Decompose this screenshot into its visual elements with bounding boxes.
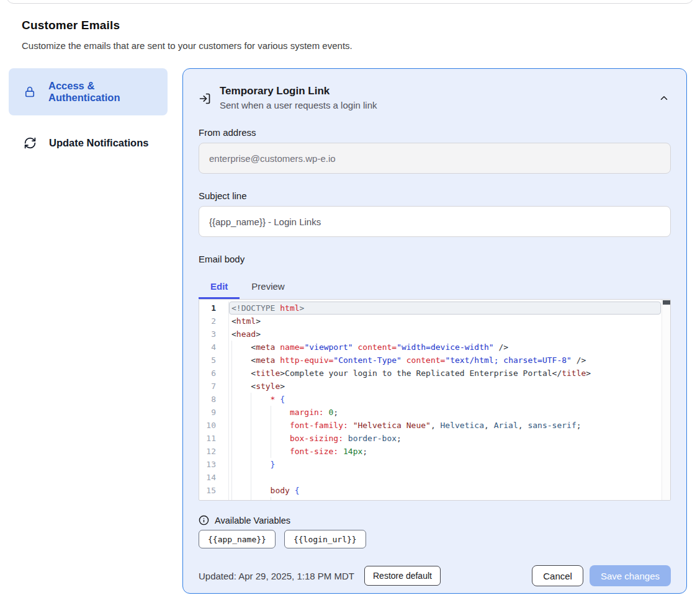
line-number: 9 [199,406,229,419]
line-number: 8 [199,393,229,406]
available-variables-header: Available Variables [199,515,671,525]
panel-subtitle: Sent when a user requests a login link [220,100,648,110]
code-line: 8 * { [199,393,670,406]
code-line-content: body { [229,484,670,497]
panel-header: Temporary Login Link Sent when a user re… [199,85,671,110]
info-icon [199,515,209,525]
panel-header-text: Temporary Login Link Sent when a user re… [220,85,648,110]
code-line: 5 <meta http-equiv="Content-Type" conten… [199,354,670,367]
code-line: 4 <meta name="viewport" content="width=d… [199,341,670,354]
code-line-content: } [229,458,670,471]
panel-title: Temporary Login Link [220,85,648,97]
code-line: 7 <style> [199,380,670,393]
sidebar-item-label: Access & Authentication [48,80,159,104]
panel-footer: Updated: Apr 29, 2025, 1:18 PM MDT Resto… [199,565,671,586]
line-number: 12 [199,445,229,458]
line-number: 10 [199,419,229,432]
code-line-content: <title>Complete your login to the Replic… [229,367,670,380]
email-body-label: Email body [199,254,671,264]
code-line-content: font-family: "Helvetica Neue", Helvetica… [229,419,670,432]
sidebar-item-label: Update Notifications [49,137,148,149]
code-line: 3<head> [199,328,670,341]
code-lines: 1<!DOCTYPE html>2<html>3<head>4 <meta na… [199,302,670,501]
sidebar-item-update-notifications[interactable]: Update Notifications [9,130,168,156]
line-number: 4 [199,341,229,354]
code-line-content: <head> [229,328,670,341]
code-line: 11 box-sizing: border-box; [199,432,670,445]
code-line-content: background-color: #ffffff; [229,497,670,501]
page-title: Customer Emails [22,19,352,32]
code-line: 14 [199,471,670,484]
cancel-button[interactable]: Cancel [532,565,583,586]
line-number: 15 [199,484,229,497]
code-line-content [229,471,670,484]
from-address-input[interactable] [199,143,671,174]
available-variables-label: Available Variables [215,516,290,525]
line-number: 2 [199,315,229,328]
code-line: 9 margin: 0; [199,406,670,419]
variable-chips: {{app_name}} {{login_url}} [199,530,671,548]
tab-edit[interactable]: Edit [199,275,240,299]
code-line-content: box-sizing: border-box; [229,432,670,445]
save-changes-button[interactable]: Save changes [590,565,671,586]
page-subtitle: Customize the emails that are sent to yo… [22,40,352,51]
line-number: 16 [199,497,229,501]
code-line: 1<!DOCTYPE html> [199,302,670,315]
code-line: 6 <title>Complete your login to the Repl… [199,367,670,380]
code-line-content: margin: 0; [229,406,670,419]
sidebar-item-access-authentication[interactable]: Access & Authentication [9,68,168,115]
line-number: 14 [199,471,229,484]
line-number: 13 [199,458,229,471]
collapse-panel-button[interactable] [657,91,671,107]
chevron-up-icon [658,92,670,104]
code-line: 12 font-size: 14px; [199,445,670,458]
line-number: 6 [199,367,229,380]
line-number: 11 [199,432,229,445]
refresh-icon [24,136,37,150]
code-line-content: font-size: 14px; [229,445,670,458]
updated-timestamp: Updated: Apr 29, 2025, 1:18 PM MDT [199,571,354,581]
email-body-tabs: Edit Preview [199,275,671,299]
code-line-content: <meta http-equiv="Content-Type" content=… [229,354,670,367]
code-line-content: * { [229,393,670,406]
editor-scrollbar-thumb[interactable] [663,300,670,305]
code-line: 10 font-family: "Helvetica Neue", Helvet… [199,419,670,432]
code-line: 2<html> [199,315,670,328]
lock-icon [24,85,36,99]
line-number: 3 [199,328,229,341]
from-address-label: From address [199,127,671,138]
code-line: 16 background-color: #ffffff; [199,497,670,501]
restore-default-button[interactable]: Restore default [364,566,441,586]
code-line-content: <meta name="viewport" content="width=dev… [229,341,670,354]
line-number: 5 [199,354,229,367]
code-line-content: <!DOCTYPE html> [229,302,661,315]
previous-card-edge [6,0,694,4]
editor-scrollbar[interactable] [662,300,670,500]
variable-chip-login-url[interactable]: {{login_url}} [284,530,366,548]
email-template-panel: Temporary Login Link Sent when a user re… [182,68,687,594]
subject-line-label: Subject line [199,190,671,201]
line-number: 1 [199,302,229,315]
line-number: 7 [199,380,229,393]
tab-preview[interactable]: Preview [240,275,296,299]
subject-line-input[interactable] [199,206,671,237]
code-line-content: <style> [229,380,670,393]
sidebar: Access & Authentication Update Notificat… [9,68,168,156]
page-header: Customer Emails Customize the emails tha… [22,19,352,51]
code-editor[interactable]: 1<!DOCTYPE html>2<html>3<head>4 <meta na… [199,299,671,501]
variable-chip-app-name[interactable]: {{app_name}} [199,530,276,548]
code-line-content: <html> [229,315,670,328]
code-line: 13 } [199,458,670,471]
login-icon [199,92,211,105]
code-line: 15 body { [199,484,670,497]
